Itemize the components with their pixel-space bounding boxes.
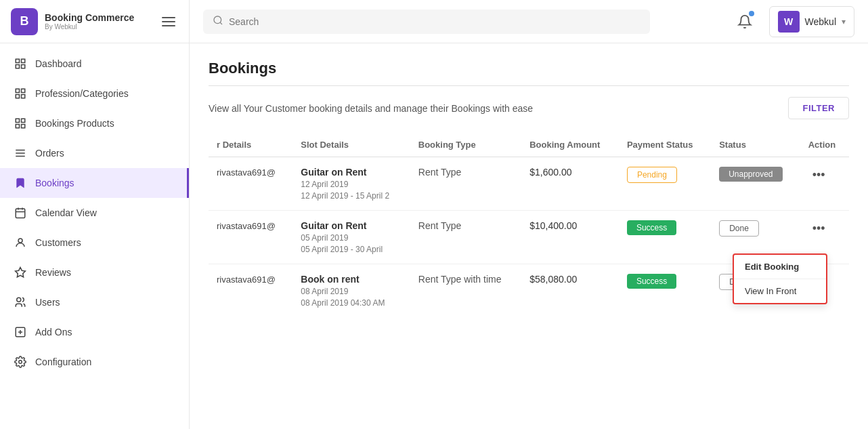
user-menu-button[interactable]: W Webkul ▾ bbox=[769, 6, 854, 37]
table-row: rivastava691@ Guitar on Rent 12 April 20… bbox=[209, 157, 849, 211]
sidebar-item-label: Configuration bbox=[35, 356, 91, 367]
sidebar-item-label: Orders bbox=[35, 148, 64, 159]
sidebar-item-bookings[interactable]: Bookings bbox=[0, 168, 189, 198]
topbar-right: W Webkul ▾ bbox=[731, 6, 854, 37]
content-area: Bookings View all Your Customer booking … bbox=[190, 43, 868, 429]
hamburger-button[interactable] bbox=[159, 14, 178, 29]
payment-status-badge: Pending bbox=[627, 167, 677, 183]
customer-email: rivastava691@ bbox=[217, 221, 276, 231]
slot-date2: 05 April 2019 - 30 April bbox=[301, 245, 402, 254]
page-title: Bookings bbox=[209, 60, 849, 77]
sidebar-item-calendar-view[interactable]: Calendar View bbox=[0, 198, 189, 228]
sidebar-item-bookings-products[interactable]: Bookings Products bbox=[0, 108, 189, 138]
sidebar-item-label: Dashboard bbox=[35, 58, 82, 69]
sidebar-item-dashboard[interactable]: Dashboard bbox=[0, 49, 189, 79]
sidebar-item-profession-categories[interactable]: Profession/Categories bbox=[0, 79, 189, 108]
col-status: Status bbox=[711, 133, 800, 157]
svg-rect-5 bbox=[22, 89, 25, 92]
bookmark-icon bbox=[14, 176, 27, 190]
svg-rect-9 bbox=[22, 119, 25, 122]
calendar-icon bbox=[14, 206, 27, 220]
svg-rect-4 bbox=[16, 89, 19, 92]
sidebar: B Booking Commerce By Webkul Dashboard P… bbox=[0, 0, 190, 429]
customer-email: rivastava691@ bbox=[217, 167, 276, 178]
grid2-icon bbox=[14, 87, 27, 100]
dropdown-item-view-in-front[interactable]: View In Front bbox=[734, 279, 826, 303]
sidebar-item-reviews[interactable]: Reviews bbox=[0, 258, 189, 287]
svg-rect-11 bbox=[22, 125, 25, 128]
app-name: Booking Commerce bbox=[45, 12, 134, 23]
sidebar-item-label: Users bbox=[35, 297, 60, 308]
slot-date2: 08 April 2019 04:30 AM bbox=[301, 298, 402, 308]
users-icon bbox=[14, 295, 27, 309]
sidebar-item-customers[interactable]: Customers bbox=[0, 228, 189, 258]
col-booking-amount: Booking Amount bbox=[521, 133, 619, 157]
col-action: Action bbox=[800, 133, 849, 157]
star-icon bbox=[14, 266, 27, 279]
booking-amount: $1,600.00 bbox=[529, 167, 571, 178]
sidebar-item-label: Bookings Products bbox=[35, 118, 114, 129]
sidebar-item-configuration[interactable]: Configuration bbox=[0, 347, 189, 377]
sidebar-item-label: Add Ons bbox=[35, 327, 72, 338]
user-name: Webkul bbox=[805, 16, 836, 27]
slot-name: Guitar on Rent bbox=[301, 167, 402, 178]
user-avatar: W bbox=[778, 11, 800, 33]
svg-line-27 bbox=[220, 22, 222, 24]
topbar: W Webkul ▾ bbox=[190, 0, 868, 43]
chevron-down-icon: ▾ bbox=[842, 17, 846, 26]
svg-rect-2 bbox=[16, 65, 19, 68]
row-action-button[interactable]: ••• bbox=[808, 220, 829, 237]
booking-type: Rent Type bbox=[418, 220, 462, 231]
grid3-icon bbox=[14, 117, 27, 130]
sidebar-item-add-ons[interactable]: Add Ons bbox=[0, 317, 189, 347]
slot-name: Book on rent bbox=[301, 274, 402, 285]
main-area: W Webkul ▾ Bookings View all Your Custom… bbox=[190, 0, 868, 429]
col-booking-type: Booking Type bbox=[410, 133, 521, 157]
search-box[interactable] bbox=[203, 9, 650, 34]
gear-icon bbox=[14, 355, 27, 369]
search-icon bbox=[213, 15, 223, 28]
sidebar-item-label: Bookings bbox=[35, 178, 74, 188]
slot-date2: 12 April 2019 - 15 April 2 bbox=[301, 191, 402, 201]
slot-name: Guitar on Rent bbox=[301, 220, 402, 231]
dropdown-item-edit-booking[interactable]: Edit Booking bbox=[734, 255, 826, 279]
plus-square-icon bbox=[14, 325, 27, 339]
svg-rect-1 bbox=[22, 59, 25, 62]
user-icon bbox=[14, 236, 27, 249]
sidebar-item-label: Customers bbox=[35, 237, 81, 248]
logo-icon: B bbox=[11, 8, 38, 35]
svg-point-21 bbox=[17, 298, 21, 302]
page-description: View all Your Customer booking details a… bbox=[209, 103, 533, 114]
payment-status-badge: Success bbox=[627, 220, 676, 235]
svg-point-19 bbox=[18, 239, 22, 243]
app-sub: By Webkul bbox=[45, 23, 134, 30]
logo-text: Booking Commerce By Webkul bbox=[45, 12, 134, 30]
notification-button[interactable] bbox=[731, 8, 758, 35]
row-action-button[interactable]: ••• bbox=[808, 167, 829, 184]
svg-rect-6 bbox=[16, 95, 19, 98]
col-slot-details: Slot Details bbox=[292, 133, 410, 157]
filter-button[interactable]: FILTER bbox=[788, 97, 849, 119]
grid-icon bbox=[14, 57, 27, 70]
sidebar-item-label: Profession/Categories bbox=[35, 88, 129, 99]
svg-rect-15 bbox=[16, 209, 25, 218]
svg-point-26 bbox=[214, 16, 221, 24]
search-input[interactable] bbox=[229, 16, 641, 27]
status-badge: Done bbox=[719, 220, 759, 237]
svg-point-25 bbox=[19, 361, 22, 364]
sidebar-item-label: Reviews bbox=[35, 267, 71, 278]
page-divider bbox=[209, 85, 849, 86]
booking-type: Rent Type bbox=[418, 167, 462, 178]
table-header-row: r Details Slot Details Booking Type Book… bbox=[209, 133, 849, 157]
status-badge: Unapproved bbox=[719, 167, 782, 182]
sidebar-nav: Dashboard Profession/Categories Bookings… bbox=[0, 43, 189, 382]
action-dropdown-menu: Edit Booking View In Front bbox=[733, 253, 827, 304]
col-payment-status: Payment Status bbox=[619, 133, 711, 157]
sidebar-item-users[interactable]: Users bbox=[0, 287, 189, 317]
sidebar-item-orders[interactable]: Orders bbox=[0, 138, 189, 168]
svg-marker-20 bbox=[16, 268, 26, 277]
svg-rect-10 bbox=[16, 125, 19, 128]
sidebar-item-label: Calendar View bbox=[35, 207, 97, 218]
payment-status-badge: Success bbox=[627, 274, 676, 289]
slot-date1: 08 April 2019 bbox=[301, 287, 402, 296]
